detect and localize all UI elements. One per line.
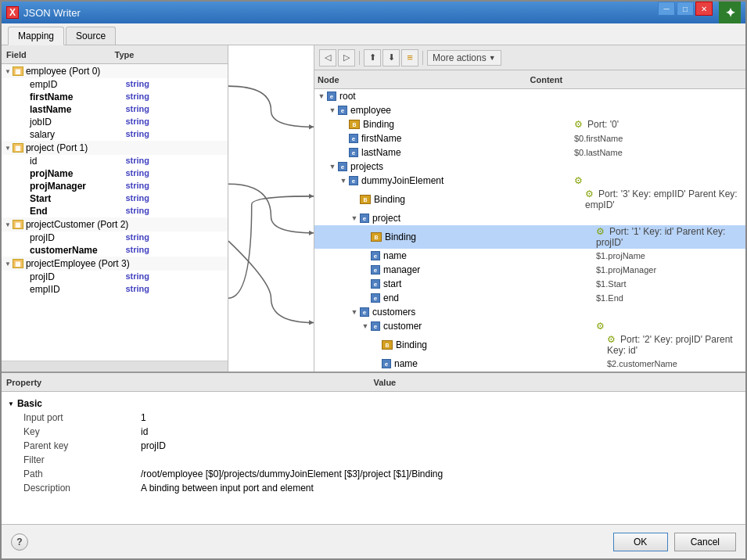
left-panel-content: ▼ ▦ employee (Port 0) empID string first… [2, 64, 228, 361]
field-End[interactable]: End string [2, 205, 228, 217]
group-employee[interactable]: ▼ ▦ employee (Port 0) [2, 64, 228, 78]
tree-row-customer[interactable]: ▼ e customer ⚙ [314, 319, 745, 333]
field-id[interactable]: id string [2, 155, 228, 167]
tree-row-firstName[interactable]: ▶ e firstName $0.firstName [314, 131, 745, 145]
close-button[interactable]: ✕ [695, 2, 713, 16]
tree-row-customers[interactable]: ▼ e customers [314, 305, 745, 319]
field-projManager[interactable]: projManager string [2, 180, 228, 192]
node-label-dummy-binding: Binding [374, 194, 405, 205]
bottom-section: Property Value ▼ Basic Input port 1 Key … [2, 372, 745, 524]
node-label-manager: manager [383, 264, 420, 275]
svg-marker-3 [309, 194, 314, 199]
tree-row-root[interactable]: ▼ e root [314, 89, 745, 103]
tree-row-cust-binding[interactable]: ▶ B Binding ⚙ Port: '2' Key: projID' Par… [314, 333, 745, 357]
horizontal-scrollbar[interactable] [2, 361, 228, 372]
element-icon-end: e [371, 293, 380, 303]
node-label-customers: customers [372, 307, 415, 318]
minimize-button[interactable]: ─ [658, 2, 675, 16]
tree-row-dummy-binding[interactable]: ▶ B Binding ⚙ Port: '3' Key: empIID' Par… [314, 188, 745, 211]
toolbar-fwd-btn[interactable]: ▷ [338, 49, 355, 66]
tree-row-projects[interactable]: ▼ e projects [314, 160, 745, 174]
toolbar-down-btn[interactable]: ⬇ [382, 49, 400, 66]
node-label-firstName: firstName [361, 133, 401, 144]
help-button[interactable]: ? [11, 533, 28, 551]
tab-source[interactable]: Source [66, 27, 116, 45]
title-bar: X JSON Writer ─ □ ✕ ✦ [2, 2, 745, 23]
field-customerName[interactable]: customerName string [2, 244, 228, 257]
tree-row-proj-binding[interactable]: ▶ B Binding ⚙ Port: '1' Key: id' Parent … [314, 225, 745, 249]
field-firstName[interactable]: firstName string [2, 91, 228, 103]
field-type-projID-cust: string [126, 232, 228, 243]
content-firstName: $0.firstName [574, 134, 745, 143]
tree-row-cust-name[interactable]: ▶ e name $2.customerName [314, 357, 745, 371]
tree-row-emp-binding[interactable]: ▶ B Binding ⚙ Port: '0' [314, 117, 745, 131]
chevron-icon-3: ▼ [5, 221, 11, 228]
field-name-End: End [23, 206, 126, 217]
table-icon: ▦ [13, 66, 23, 76]
node-col-header: Node [318, 75, 530, 84]
toolbar-up-btn[interactable]: ⬆ [364, 49, 381, 66]
window-controls: ─ □ ✕ [658, 2, 713, 23]
bottom-header: Property Value [2, 373, 745, 392]
left-panel-header: Field Type [2, 45, 228, 64]
connector-area [228, 45, 314, 372]
field-projID-emp[interactable]: projID string [2, 271, 228, 283]
group-projectCustomer[interactable]: ▼ ▦ projectCustomer (Port 2) [2, 217, 228, 232]
tree-row-manager[interactable]: ▶ e manager $1.projManager [314, 263, 745, 277]
tree-row-employee[interactable]: ▼ e employee [314, 103, 745, 117]
more-actions-dropdown[interactable]: More actions ▼ [427, 50, 501, 66]
content-col-header: Content [530, 75, 743, 84]
toolbar-back-btn[interactable]: ◁ [319, 49, 336, 66]
footer-right: OK Cancel [613, 533, 736, 551]
expand-customers: ▼ [350, 308, 358, 316]
tree-row-name[interactable]: ▶ e name $1.projName [314, 249, 745, 263]
toolbar: ◁ ▷ ⬆ ⬇ ≡ More actions ▼ [314, 45, 745, 70]
expand-project: ▼ [350, 214, 358, 222]
group-projectEmployee[interactable]: ▼ ▦ projectEmployee (Port 3) [2, 257, 228, 271]
toolbar-sep-2 [422, 51, 423, 65]
element-icon-dummyJoin: e [349, 176, 358, 185]
expand-root: ▼ [318, 92, 325, 100]
tree-row-lastName[interactable]: ▶ e lastName $0.lastName [314, 145, 745, 160]
tree-row-start[interactable]: ▶ e start $1.Start [314, 277, 745, 291]
tree-row-end[interactable]: ▶ e end $1.End [314, 291, 745, 305]
node-label-customer: customer [383, 321, 422, 332]
prop-input-port: Input port 1 [8, 411, 739, 425]
node-label-cust-name: name [394, 358, 418, 369]
field-name-empID: empID [23, 79, 126, 90]
chevron-icon: ▼ [5, 68, 11, 75]
node-label-proj-binding: Binding [385, 232, 416, 242]
field-Start[interactable]: Start string [2, 192, 228, 205]
tab-mapping[interactable]: Mapping [8, 27, 64, 45]
field-salary[interactable]: salary string [2, 128, 228, 141]
tree-row-project[interactable]: ▼ e project [314, 211, 745, 225]
field-empID[interactable]: empID string [2, 78, 228, 91]
field-lastName[interactable]: lastName string [2, 103, 228, 116]
node-label-dummyJoin: dummyJoinElement [361, 175, 444, 186]
chevron-icon-4: ▼ [5, 260, 11, 267]
prop-value-input-port: 1 [141, 412, 739, 423]
field-projID-cust[interactable]: projID string [2, 232, 228, 244]
content-end: $1.End [596, 293, 745, 303]
field-type-lastName: string [126, 104, 228, 115]
toolbar-sep-1 [359, 51, 360, 65]
element-icon-lastName: e [349, 148, 358, 157]
app-icon: ✦ [719, 2, 741, 23]
dropdown-arrow-icon: ▼ [489, 54, 496, 62]
element-icon-project: e [360, 214, 369, 223]
field-jobID[interactable]: jobID string [2, 116, 228, 128]
ok-button[interactable]: OK [613, 533, 668, 551]
group-project[interactable]: ▼ ▦ project (Port 1) [2, 141, 228, 155]
prop-parent-key: Parent key projID [8, 439, 739, 453]
expand-employee: ▼ [329, 106, 336, 114]
field-projName[interactable]: projName string [2, 167, 228, 180]
content-emp-binding: ⚙ Port: '0' [574, 119, 745, 130]
field-name-Start: Start [23, 193, 126, 204]
field-type-empIID: string [126, 284, 228, 295]
element-icon-root: e [327, 92, 336, 101]
field-empIID[interactable]: empIID string [2, 283, 228, 296]
tree-row-dummyJoin[interactable]: ▼ e dummyJoinElement ⚙ [314, 174, 745, 188]
toolbar-link-btn[interactable]: ≡ [401, 49, 418, 66]
maximize-button[interactable]: □ [677, 2, 694, 16]
cancel-button[interactable]: Cancel [674, 533, 736, 551]
